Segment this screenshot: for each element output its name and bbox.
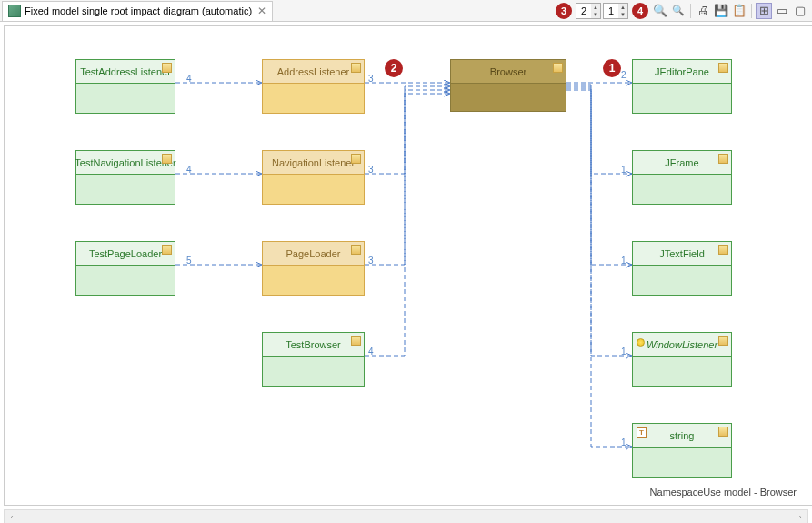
node-label: TestNavigationListener	[75, 157, 175, 168]
node-jTextField[interactable]: JTextField	[632, 241, 732, 296]
node-testPageLoader[interactable]: TestPageLoader	[75, 241, 175, 296]
edge-label: 5	[186, 256, 192, 266]
edge-label: 4	[186, 74, 192, 84]
class-icon	[351, 336, 361, 346]
node-jFrame[interactable]: JFrame	[632, 150, 732, 205]
diagram-badge-2: 2	[385, 59, 403, 77]
spinner-left[interactable]: ▲▼	[576, 3, 601, 19]
node-label: TestAddressListener	[80, 66, 171, 77]
class-icon	[162, 245, 172, 255]
edge-label: 3	[368, 165, 374, 175]
class-icon	[718, 245, 728, 255]
spinner-input-a[interactable]	[576, 5, 591, 16]
node-windowListener[interactable]: WindowListener	[632, 332, 732, 387]
edge-label: 2	[621, 70, 627, 80]
node-label: AddressListener	[277, 66, 350, 77]
node-label: PageLoader	[286, 248, 341, 259]
node-label: JEditorPane	[655, 66, 709, 77]
copy-icon[interactable]: 📋	[731, 3, 747, 19]
badge-4: 4	[632, 3, 648, 19]
spinner-buttons[interactable]: ▲▼	[618, 4, 627, 18]
badge-3: 3	[556, 3, 572, 19]
node-label: NavigationListener	[272, 157, 355, 168]
class-icon	[718, 427, 728, 437]
horizontal-scrollbar[interactable]	[4, 509, 808, 523]
spinner-input-b[interactable]	[604, 5, 618, 16]
node-testAddressListener[interactable]: TestAddressListener	[75, 59, 175, 114]
node-label: TestBrowser	[286, 339, 341, 350]
tab-title: Fixed model single root impact diagram (…	[25, 5, 252, 16]
diagram-canvas[interactable]: TestAddressListener TestNavigationListen…	[4, 25, 812, 506]
footer-note: NamespaceUse model - Browser	[650, 487, 797, 498]
edge-label: 3	[368, 256, 374, 266]
node-browser[interactable]: Browser	[450, 59, 566, 112]
spinner-buttons[interactable]: ▲▼	[591, 4, 600, 18]
diagram-badge-1: 1	[603, 59, 621, 77]
node-jEditorPane[interactable]: JEditorPane	[632, 59, 732, 114]
node-pageLoader[interactable]: PageLoader	[262, 241, 365, 296]
edge-label: 3	[368, 74, 374, 84]
print-icon[interactable]: 🖨	[695, 3, 711, 19]
toolbar: Fixed model single root impact diagram (…	[0, 0, 812, 22]
save-icon[interactable]: 💾	[713, 3, 729, 19]
class-icon	[718, 336, 728, 346]
maximize-icon[interactable]: ▢	[792, 3, 808, 19]
edge-label: 1	[621, 165, 627, 175]
node-testBrowser[interactable]: TestBrowser	[262, 332, 365, 387]
zoom-out-icon[interactable]: 🔍	[670, 3, 687, 19]
node-string[interactable]: Tstring	[632, 423, 732, 478]
class-icon	[351, 63, 361, 73]
tab-diagram[interactable]: Fixed model single root impact diagram (…	[2, 1, 273, 21]
class-icon	[162, 63, 172, 73]
node-label: JTextField	[659, 248, 705, 259]
separator	[690, 4, 691, 18]
node-navigationListener[interactable]: NavigationListener	[262, 150, 365, 205]
dot-icon	[637, 338, 645, 347]
edge-label: 1	[621, 256, 627, 266]
node-testNavigationListener[interactable]: TestNavigationListener	[75, 150, 175, 205]
class-icon	[162, 154, 172, 164]
edge-label: 1	[621, 438, 627, 448]
node-label: WindowListener	[647, 339, 717, 350]
separator	[751, 4, 752, 18]
node-addressListener[interactable]: AddressListener	[262, 59, 365, 114]
edge-label: 4	[368, 347, 374, 357]
zoom-in-icon[interactable]: 🔍	[652, 3, 668, 19]
node-label: JFrame	[665, 157, 698, 168]
minimize-icon[interactable]: ▭	[774, 3, 790, 19]
spinner-right[interactable]: ▲▼	[603, 3, 628, 19]
grid-icon[interactable]: ⊞	[756, 3, 772, 19]
edge-label: 1	[621, 347, 627, 357]
close-icon[interactable]: ✕	[257, 5, 266, 17]
edge-label: 4	[186, 165, 192, 175]
class-icon	[718, 154, 728, 164]
class-icon	[351, 154, 361, 164]
class-icon	[718, 63, 728, 73]
node-label: string	[670, 430, 695, 441]
class-icon	[553, 63, 563, 73]
toolbar-right: 3 ▲▼ ▲▼ 4 🔍 🔍 🖨 💾 📋 ⊞ ▭ ▢	[554, 3, 812, 19]
class-icon	[351, 245, 361, 255]
node-label: TestPageLoader	[89, 248, 162, 259]
diagram-icon	[8, 5, 21, 17]
type-icon: T	[637, 427, 647, 438]
node-label: Browser	[490, 66, 526, 77]
